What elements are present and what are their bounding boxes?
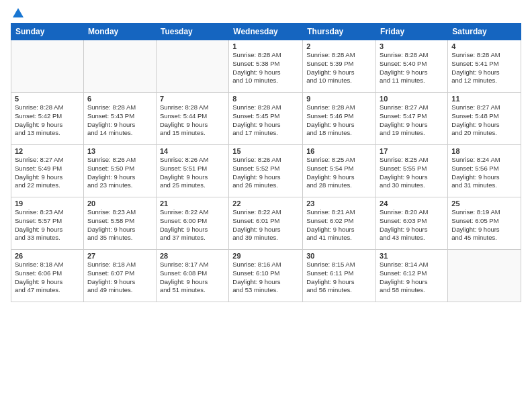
day-number: 14 (160, 147, 225, 155)
day-info: Sunrise: 8:27 AM Sunset: 5:47 PM Dayligh… (380, 103, 444, 138)
day-number: 2 (306, 42, 372, 50)
day-number: 21 (160, 199, 225, 208)
day-number: 16 (306, 147, 372, 155)
week-row-4: 19Sunrise: 8:23 AM Sunset: 5:57 PM Dayli… (11, 197, 521, 250)
day-info: Sunrise: 8:28 AM Sunset: 5:44 PM Dayligh… (160, 103, 225, 138)
day-info: Sunrise: 8:15 AM Sunset: 6:11 PM Dayligh… (306, 261, 372, 295)
logo (11, 8, 24, 17)
day-cell: 17Sunrise: 8:25 AM Sunset: 5:55 PM Dayli… (376, 145, 448, 197)
day-cell: 8Sunrise: 8:28 AM Sunset: 5:45 PM Daylig… (229, 93, 303, 145)
day-cell: 9Sunrise: 8:28 AM Sunset: 5:46 PM Daylig… (303, 93, 376, 145)
day-info: Sunrise: 8:27 AM Sunset: 5:49 PM Dayligh… (15, 156, 80, 190)
day-cell: 6Sunrise: 8:28 AM Sunset: 5:43 PM Daylig… (83, 93, 156, 145)
day-number: 5 (15, 95, 80, 103)
day-number: 3 (380, 42, 444, 50)
week-row-2: 5Sunrise: 8:28 AM Sunset: 5:42 PM Daylig… (11, 93, 521, 145)
day-number: 10 (380, 95, 444, 103)
day-cell: 30Sunrise: 8:15 AM Sunset: 6:11 PM Dayli… (303, 250, 376, 302)
day-cell: 5Sunrise: 8:28 AM Sunset: 5:42 PM Daylig… (11, 93, 84, 145)
logo-icon (13, 8, 24, 17)
day-number: 15 (232, 147, 299, 155)
weekday-header-wednesday: Wednesday (229, 24, 303, 40)
day-info: Sunrise: 8:28 AM Sunset: 5:39 PM Dayligh… (306, 51, 372, 85)
day-info: Sunrise: 8:25 AM Sunset: 5:54 PM Dayligh… (306, 156, 372, 190)
day-cell (156, 40, 228, 93)
day-number: 30 (306, 252, 372, 260)
weekday-header-thursday: Thursday (303, 24, 376, 40)
day-info: Sunrise: 8:23 AM Sunset: 5:57 PM Dayligh… (15, 208, 80, 242)
day-cell: 15Sunrise: 8:26 AM Sunset: 5:52 PM Dayli… (229, 145, 303, 197)
day-info: Sunrise: 8:28 AM Sunset: 5:40 PM Dayligh… (380, 51, 444, 85)
day-number: 4 (451, 42, 517, 50)
day-cell: 14Sunrise: 8:26 AM Sunset: 5:51 PM Dayli… (156, 145, 228, 197)
day-info: Sunrise: 8:17 AM Sunset: 6:08 PM Dayligh… (160, 261, 225, 295)
day-cell: 10Sunrise: 8:27 AM Sunset: 5:47 PM Dayli… (376, 93, 448, 145)
day-number: 23 (306, 199, 372, 208)
day-cell: 12Sunrise: 8:27 AM Sunset: 5:49 PM Dayli… (11, 145, 84, 197)
day-number: 26 (15, 252, 80, 260)
weekday-header-friday: Friday (376, 24, 448, 40)
week-row-3: 12Sunrise: 8:27 AM Sunset: 5:49 PM Dayli… (11, 145, 521, 197)
weekday-header-saturday: Saturday (448, 24, 521, 40)
day-cell: 22Sunrise: 8:22 AM Sunset: 6:01 PM Dayli… (229, 197, 303, 250)
day-cell (11, 40, 84, 93)
day-number: 19 (15, 199, 80, 208)
day-info: Sunrise: 8:28 AM Sunset: 5:46 PM Dayligh… (306, 103, 372, 138)
day-info: Sunrise: 8:22 AM Sunset: 6:00 PM Dayligh… (160, 208, 225, 242)
day-info: Sunrise: 8:22 AM Sunset: 6:01 PM Dayligh… (232, 208, 299, 242)
day-cell: 26Sunrise: 8:18 AM Sunset: 6:06 PM Dayli… (11, 250, 84, 302)
day-cell: 31Sunrise: 8:14 AM Sunset: 6:12 PM Dayli… (376, 250, 448, 302)
day-number: 17 (380, 147, 444, 155)
day-cell: 21Sunrise: 8:22 AM Sunset: 6:00 PM Dayli… (156, 197, 228, 250)
day-info: Sunrise: 8:14 AM Sunset: 6:12 PM Dayligh… (380, 261, 444, 295)
week-row-1: 1Sunrise: 8:28 AM Sunset: 5:38 PM Daylig… (11, 40, 521, 93)
day-number: 7 (160, 95, 225, 103)
day-cell: 3Sunrise: 8:28 AM Sunset: 5:40 PM Daylig… (376, 40, 448, 93)
day-cell: 27Sunrise: 8:18 AM Sunset: 6:07 PM Dayli… (83, 250, 156, 302)
day-number: 18 (451, 147, 517, 155)
day-cell: 18Sunrise: 8:24 AM Sunset: 5:56 PM Dayli… (448, 145, 521, 197)
day-number: 8 (232, 95, 299, 103)
weekday-header-monday: Monday (83, 24, 156, 40)
day-number: 1 (232, 42, 299, 50)
day-cell: 13Sunrise: 8:26 AM Sunset: 5:50 PM Dayli… (83, 145, 156, 197)
day-cell: 1Sunrise: 8:28 AM Sunset: 5:38 PM Daylig… (229, 40, 303, 93)
day-info: Sunrise: 8:25 AM Sunset: 5:55 PM Dayligh… (380, 156, 444, 190)
day-cell: 16Sunrise: 8:25 AM Sunset: 5:54 PM Dayli… (303, 145, 376, 197)
day-cell: 7Sunrise: 8:28 AM Sunset: 5:44 PM Daylig… (156, 93, 228, 145)
day-number: 28 (160, 252, 225, 260)
day-number: 20 (87, 199, 152, 208)
header (11, 8, 521, 17)
day-info: Sunrise: 8:23 AM Sunset: 5:58 PM Dayligh… (87, 208, 152, 242)
day-cell (83, 40, 156, 93)
day-cell: 2Sunrise: 8:28 AM Sunset: 5:39 PM Daylig… (303, 40, 376, 93)
day-cell: 11Sunrise: 8:27 AM Sunset: 5:48 PM Dayli… (448, 93, 521, 145)
day-info: Sunrise: 8:20 AM Sunset: 6:03 PM Dayligh… (380, 208, 444, 242)
day-info: Sunrise: 8:24 AM Sunset: 5:56 PM Dayligh… (451, 156, 517, 190)
day-cell: 20Sunrise: 8:23 AM Sunset: 5:58 PM Dayli… (83, 197, 156, 250)
day-cell (448, 250, 521, 302)
day-cell: 19Sunrise: 8:23 AM Sunset: 5:57 PM Dayli… (11, 197, 84, 250)
day-number: 13 (87, 147, 152, 155)
calendar: SundayMondayTuesdayWednesdayThursdayFrid… (11, 23, 521, 302)
day-cell: 24Sunrise: 8:20 AM Sunset: 6:03 PM Dayli… (376, 197, 448, 250)
weekday-header-sunday: Sunday (11, 24, 84, 40)
day-info: Sunrise: 8:28 AM Sunset: 5:41 PM Dayligh… (451, 51, 517, 85)
day-number: 22 (232, 199, 299, 208)
day-info: Sunrise: 8:28 AM Sunset: 5:45 PM Dayligh… (232, 103, 299, 138)
weekday-header-row: SundayMondayTuesdayWednesdayThursdayFrid… (11, 24, 521, 40)
day-info: Sunrise: 8:28 AM Sunset: 5:38 PM Dayligh… (232, 51, 299, 85)
day-number: 6 (87, 95, 152, 103)
day-number: 24 (380, 199, 444, 208)
day-info: Sunrise: 8:28 AM Sunset: 5:43 PM Dayligh… (87, 103, 152, 138)
day-info: Sunrise: 8:26 AM Sunset: 5:51 PM Dayligh… (160, 156, 225, 190)
day-info: Sunrise: 8:16 AM Sunset: 6:10 PM Dayligh… (232, 261, 299, 295)
day-info: Sunrise: 8:19 AM Sunset: 6:05 PM Dayligh… (451, 208, 517, 242)
weekday-header-tuesday: Tuesday (156, 24, 228, 40)
day-info: Sunrise: 8:18 AM Sunset: 6:06 PM Dayligh… (15, 261, 80, 295)
day-info: Sunrise: 8:26 AM Sunset: 5:52 PM Dayligh… (232, 156, 299, 190)
day-number: 25 (451, 199, 517, 208)
week-row-5: 26Sunrise: 8:18 AM Sunset: 6:06 PM Dayli… (11, 250, 521, 302)
day-number: 12 (15, 147, 80, 155)
day-number: 27 (87, 252, 152, 260)
